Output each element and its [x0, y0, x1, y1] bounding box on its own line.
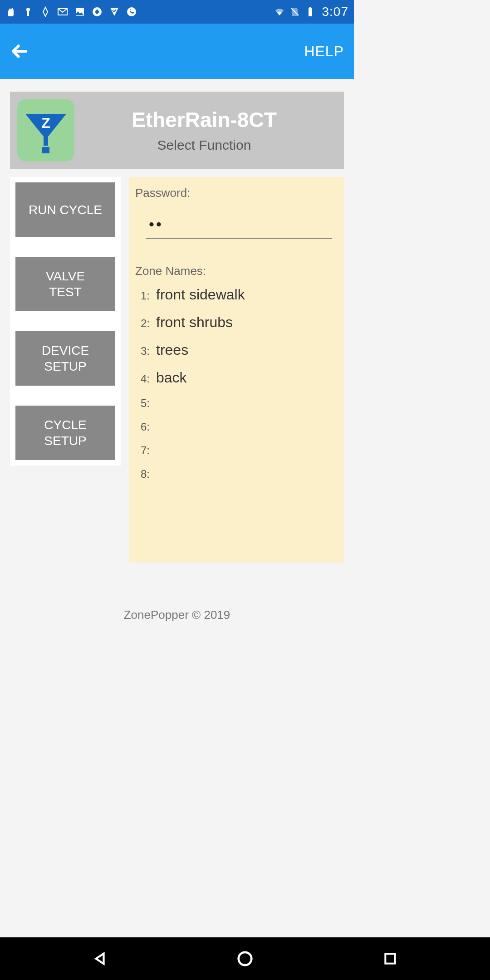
- zone-number: 2:: [139, 317, 150, 330]
- zone-name[interactable]: front shrubs: [156, 314, 233, 331]
- zone-row: 8:: [139, 468, 335, 480]
- page-content: Z EtherRain-8CT Select Function RUN CYCL…: [0, 79, 354, 622]
- zone-row: 4: back: [139, 369, 335, 386]
- app-bar: HELP: [0, 24, 354, 79]
- device-titles: EtherRain-8CT Select Function: [85, 108, 337, 153]
- phone-icon: [126, 6, 137, 17]
- zone-number: 1:: [139, 289, 150, 302]
- status-left-icons: [5, 6, 137, 17]
- status-bar: 3:07: [0, 0, 354, 24]
- back-button[interactable]: [10, 41, 30, 61]
- arrow-left-icon: [11, 42, 29, 60]
- zone-number: 6:: [139, 421, 150, 433]
- svg-rect-8: [309, 7, 311, 9]
- clap-icon: [5, 6, 16, 17]
- zone-number: 3:: [139, 345, 150, 358]
- zone-number: 5:: [139, 397, 150, 410]
- zone-number: 4:: [139, 372, 150, 385]
- content-row: RUN CYCLE VALVE TEST DEVICE SETUP CYCLE …: [10, 177, 344, 563]
- key-icon: [23, 6, 34, 17]
- wifi-icon: [274, 6, 285, 17]
- footer-text: ZonePopper © 2019: [10, 608, 344, 622]
- device-header: Z EtherRain-8CT Select Function: [10, 92, 344, 169]
- zone-row: 7:: [139, 444, 335, 457]
- zone-name[interactable]: trees: [156, 342, 188, 358]
- diamond-icon: [92, 6, 103, 17]
- valve-test-button[interactable]: VALVE TEST: [15, 257, 115, 311]
- svg-rect-9: [42, 147, 49, 153]
- detail-panel: Password: Zone Names: 1: front sidewalk …: [129, 177, 344, 563]
- svg-point-0: [26, 8, 30, 11]
- svg-rect-7: [309, 8, 312, 16]
- zone-number: 7:: [139, 444, 150, 457]
- zone-row: 1: front sidewalk: [139, 286, 335, 303]
- zone-name[interactable]: back: [156, 369, 187, 386]
- zone-number: 8:: [139, 468, 150, 480]
- zones-label: Zone Names:: [135, 264, 335, 278]
- image-icon: [74, 6, 85, 17]
- zone-row: 3: trees: [139, 342, 335, 358]
- device-subtitle: Select Function: [85, 137, 323, 153]
- zone-row: 5:: [139, 397, 335, 410]
- status-right-icons: 3:07: [274, 5, 349, 19]
- zone-row: 2: front shrubs: [139, 314, 335, 331]
- svg-point-5: [127, 7, 136, 16]
- app-logo: Z: [17, 99, 74, 162]
- no-sim-icon: [289, 6, 300, 17]
- compass-icon: [40, 6, 51, 17]
- password-label: Password:: [135, 186, 335, 200]
- zone-name[interactable]: front sidewalk: [156, 286, 245, 303]
- svg-rect-1: [27, 11, 29, 16]
- run-cycle-button[interactable]: RUN CYCLE: [15, 182, 115, 237]
- svg-text:Z: Z: [41, 115, 50, 131]
- status-clock: 3:07: [322, 5, 349, 19]
- help-link[interactable]: HELP: [304, 43, 344, 60]
- mail-icon: [57, 6, 68, 17]
- device-title: EtherRain-8CT: [85, 108, 323, 132]
- device-setup-button[interactable]: DEVICE SETUP: [15, 331, 115, 386]
- zonepopper-logo-icon: Z: [23, 112, 69, 157]
- zone-row: 6:: [139, 421, 335, 433]
- password-input[interactable]: [146, 213, 332, 239]
- check-icon: [109, 6, 120, 17]
- cycle-setup-button[interactable]: CYCLE SETUP: [15, 406, 115, 460]
- sidebar: RUN CYCLE VALVE TEST DEVICE SETUP CYCLE …: [10, 177, 121, 466]
- battery-icon: [305, 6, 316, 17]
